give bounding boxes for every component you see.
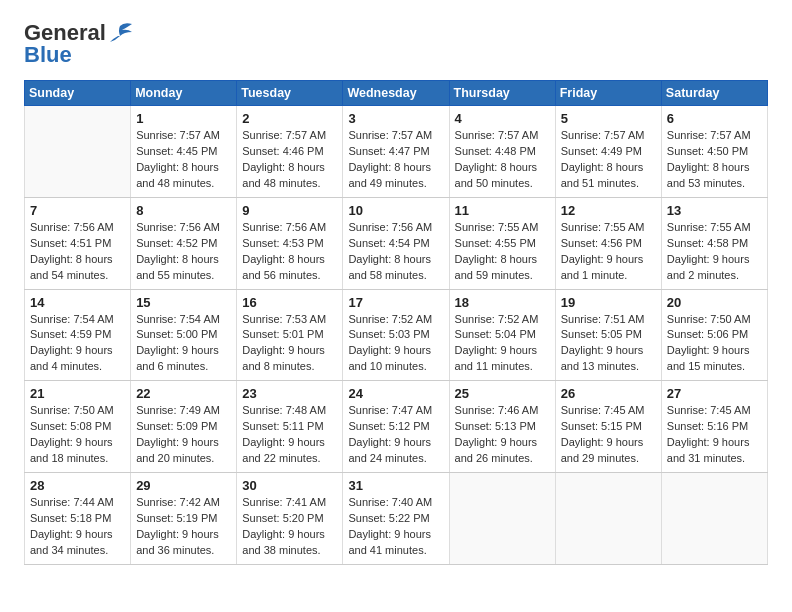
weekday-header-thursday: Thursday bbox=[449, 81, 555, 106]
day-cell: 2Sunrise: 7:57 AMSunset: 4:46 PMDaylight… bbox=[237, 106, 343, 198]
day-info: Sunrise: 7:53 AMSunset: 5:01 PMDaylight:… bbox=[242, 312, 337, 376]
day-info: Sunrise: 7:54 AMSunset: 5:00 PMDaylight:… bbox=[136, 312, 231, 376]
day-cell: 20Sunrise: 7:50 AMSunset: 5:06 PMDayligh… bbox=[661, 289, 767, 381]
day-number: 10 bbox=[348, 203, 443, 218]
day-info: Sunrise: 7:42 AMSunset: 5:19 PMDaylight:… bbox=[136, 495, 231, 559]
day-cell: 28Sunrise: 7:44 AMSunset: 5:18 PMDayligh… bbox=[25, 473, 131, 565]
day-info: Sunrise: 7:55 AMSunset: 4:58 PMDaylight:… bbox=[667, 220, 762, 284]
day-number: 17 bbox=[348, 295, 443, 310]
day-number: 28 bbox=[30, 478, 125, 493]
day-number: 30 bbox=[242, 478, 337, 493]
day-cell: 24Sunrise: 7:47 AMSunset: 5:12 PMDayligh… bbox=[343, 381, 449, 473]
page: General Blue SundayMondayTuesdayWednesda… bbox=[0, 0, 792, 581]
header: General Blue bbox=[24, 20, 768, 68]
day-number: 16 bbox=[242, 295, 337, 310]
day-cell: 14Sunrise: 7:54 AMSunset: 4:59 PMDayligh… bbox=[25, 289, 131, 381]
day-info: Sunrise: 7:45 AMSunset: 5:15 PMDaylight:… bbox=[561, 403, 656, 467]
week-row-1: 1Sunrise: 7:57 AMSunset: 4:45 PMDaylight… bbox=[25, 106, 768, 198]
week-row-3: 14Sunrise: 7:54 AMSunset: 4:59 PMDayligh… bbox=[25, 289, 768, 381]
day-number: 25 bbox=[455, 386, 550, 401]
day-cell: 12Sunrise: 7:55 AMSunset: 4:56 PMDayligh… bbox=[555, 197, 661, 289]
logo-bird-icon bbox=[106, 22, 134, 44]
day-cell bbox=[25, 106, 131, 198]
day-number: 19 bbox=[561, 295, 656, 310]
weekday-header-sunday: Sunday bbox=[25, 81, 131, 106]
calendar: SundayMondayTuesdayWednesdayThursdayFrid… bbox=[24, 80, 768, 565]
day-number: 9 bbox=[242, 203, 337, 218]
day-cell bbox=[555, 473, 661, 565]
day-info: Sunrise: 7:47 AMSunset: 5:12 PMDaylight:… bbox=[348, 403, 443, 467]
day-number: 3 bbox=[348, 111, 443, 126]
day-number: 14 bbox=[30, 295, 125, 310]
day-info: Sunrise: 7:46 AMSunset: 5:13 PMDaylight:… bbox=[455, 403, 550, 467]
day-number: 5 bbox=[561, 111, 656, 126]
weekday-header-saturday: Saturday bbox=[661, 81, 767, 106]
weekday-header-monday: Monday bbox=[131, 81, 237, 106]
day-cell bbox=[449, 473, 555, 565]
day-cell: 26Sunrise: 7:45 AMSunset: 5:15 PMDayligh… bbox=[555, 381, 661, 473]
day-number: 11 bbox=[455, 203, 550, 218]
day-cell: 27Sunrise: 7:45 AMSunset: 5:16 PMDayligh… bbox=[661, 381, 767, 473]
day-info: Sunrise: 7:44 AMSunset: 5:18 PMDaylight:… bbox=[30, 495, 125, 559]
day-info: Sunrise: 7:56 AMSunset: 4:51 PMDaylight:… bbox=[30, 220, 125, 284]
weekday-header-wednesday: Wednesday bbox=[343, 81, 449, 106]
weekday-header-friday: Friday bbox=[555, 81, 661, 106]
day-info: Sunrise: 7:50 AMSunset: 5:08 PMDaylight:… bbox=[30, 403, 125, 467]
day-cell: 18Sunrise: 7:52 AMSunset: 5:04 PMDayligh… bbox=[449, 289, 555, 381]
week-row-2: 7Sunrise: 7:56 AMSunset: 4:51 PMDaylight… bbox=[25, 197, 768, 289]
day-number: 22 bbox=[136, 386, 231, 401]
day-cell: 9Sunrise: 7:56 AMSunset: 4:53 PMDaylight… bbox=[237, 197, 343, 289]
day-number: 6 bbox=[667, 111, 762, 126]
day-number: 23 bbox=[242, 386, 337, 401]
day-info: Sunrise: 7:54 AMSunset: 4:59 PMDaylight:… bbox=[30, 312, 125, 376]
day-cell bbox=[661, 473, 767, 565]
day-cell: 31Sunrise: 7:40 AMSunset: 5:22 PMDayligh… bbox=[343, 473, 449, 565]
day-number: 27 bbox=[667, 386, 762, 401]
day-number: 2 bbox=[242, 111, 337, 126]
day-cell: 6Sunrise: 7:57 AMSunset: 4:50 PMDaylight… bbox=[661, 106, 767, 198]
day-info: Sunrise: 7:56 AMSunset: 4:52 PMDaylight:… bbox=[136, 220, 231, 284]
day-cell: 16Sunrise: 7:53 AMSunset: 5:01 PMDayligh… bbox=[237, 289, 343, 381]
day-info: Sunrise: 7:56 AMSunset: 4:53 PMDaylight:… bbox=[242, 220, 337, 284]
day-number: 12 bbox=[561, 203, 656, 218]
day-cell: 3Sunrise: 7:57 AMSunset: 4:47 PMDaylight… bbox=[343, 106, 449, 198]
weekday-header-tuesday: Tuesday bbox=[237, 81, 343, 106]
day-info: Sunrise: 7:48 AMSunset: 5:11 PMDaylight:… bbox=[242, 403, 337, 467]
day-info: Sunrise: 7:51 AMSunset: 5:05 PMDaylight:… bbox=[561, 312, 656, 376]
day-cell: 11Sunrise: 7:55 AMSunset: 4:55 PMDayligh… bbox=[449, 197, 555, 289]
day-info: Sunrise: 7:50 AMSunset: 5:06 PMDaylight:… bbox=[667, 312, 762, 376]
day-info: Sunrise: 7:52 AMSunset: 5:04 PMDaylight:… bbox=[455, 312, 550, 376]
day-info: Sunrise: 7:41 AMSunset: 5:20 PMDaylight:… bbox=[242, 495, 337, 559]
day-cell: 8Sunrise: 7:56 AMSunset: 4:52 PMDaylight… bbox=[131, 197, 237, 289]
day-number: 4 bbox=[455, 111, 550, 126]
day-number: 18 bbox=[455, 295, 550, 310]
day-info: Sunrise: 7:45 AMSunset: 5:16 PMDaylight:… bbox=[667, 403, 762, 467]
day-cell: 10Sunrise: 7:56 AMSunset: 4:54 PMDayligh… bbox=[343, 197, 449, 289]
day-info: Sunrise: 7:57 AMSunset: 4:49 PMDaylight:… bbox=[561, 128, 656, 192]
day-cell: 30Sunrise: 7:41 AMSunset: 5:20 PMDayligh… bbox=[237, 473, 343, 565]
logo: General Blue bbox=[24, 20, 134, 68]
weekday-header-row: SundayMondayTuesdayWednesdayThursdayFrid… bbox=[25, 81, 768, 106]
day-cell: 13Sunrise: 7:55 AMSunset: 4:58 PMDayligh… bbox=[661, 197, 767, 289]
day-info: Sunrise: 7:55 AMSunset: 4:56 PMDaylight:… bbox=[561, 220, 656, 284]
week-row-4: 21Sunrise: 7:50 AMSunset: 5:08 PMDayligh… bbox=[25, 381, 768, 473]
day-info: Sunrise: 7:40 AMSunset: 5:22 PMDaylight:… bbox=[348, 495, 443, 559]
day-cell: 4Sunrise: 7:57 AMSunset: 4:48 PMDaylight… bbox=[449, 106, 555, 198]
day-number: 24 bbox=[348, 386, 443, 401]
logo-blue: Blue bbox=[24, 42, 72, 68]
day-cell: 5Sunrise: 7:57 AMSunset: 4:49 PMDaylight… bbox=[555, 106, 661, 198]
day-number: 13 bbox=[667, 203, 762, 218]
day-cell: 1Sunrise: 7:57 AMSunset: 4:45 PMDaylight… bbox=[131, 106, 237, 198]
day-info: Sunrise: 7:57 AMSunset: 4:45 PMDaylight:… bbox=[136, 128, 231, 192]
day-info: Sunrise: 7:57 AMSunset: 4:50 PMDaylight:… bbox=[667, 128, 762, 192]
day-info: Sunrise: 7:55 AMSunset: 4:55 PMDaylight:… bbox=[455, 220, 550, 284]
day-info: Sunrise: 7:49 AMSunset: 5:09 PMDaylight:… bbox=[136, 403, 231, 467]
day-info: Sunrise: 7:57 AMSunset: 4:48 PMDaylight:… bbox=[455, 128, 550, 192]
day-number: 1 bbox=[136, 111, 231, 126]
day-cell: 19Sunrise: 7:51 AMSunset: 5:05 PMDayligh… bbox=[555, 289, 661, 381]
day-number: 31 bbox=[348, 478, 443, 493]
day-cell: 7Sunrise: 7:56 AMSunset: 4:51 PMDaylight… bbox=[25, 197, 131, 289]
day-info: Sunrise: 7:57 AMSunset: 4:47 PMDaylight:… bbox=[348, 128, 443, 192]
day-cell: 17Sunrise: 7:52 AMSunset: 5:03 PMDayligh… bbox=[343, 289, 449, 381]
day-number: 26 bbox=[561, 386, 656, 401]
